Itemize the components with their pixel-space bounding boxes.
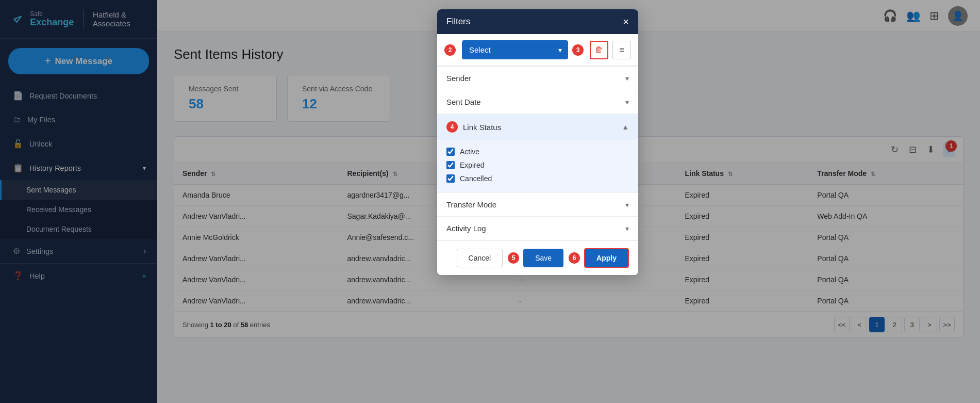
filter-select-dropdown[interactable]: Select Sender Sent Date Link Status Tran…: [463, 41, 567, 58]
delete-filter-button[interactable]: 🗑: [590, 41, 608, 59]
active-checkbox-row[interactable]: Active: [446, 145, 629, 158]
filters-modal: Filters × 2 Select Sender Sent Date Link…: [437, 9, 638, 275]
save-button[interactable]: Save: [523, 249, 563, 267]
cancelled-checkbox[interactable]: [446, 174, 455, 183]
activity-log-section-header[interactable]: Activity Log ▾: [437, 217, 638, 240]
filter-section-link-status: 4 Link Status ▲ Active Expired Cancelled: [437, 114, 638, 193]
active-label: Active: [460, 148, 479, 156]
sender-section-header[interactable]: Sender ▾: [437, 67, 638, 90]
expired-label: Expired: [460, 161, 484, 169]
step-6-badge: 6: [569, 252, 580, 264]
cancel-button[interactable]: Cancel: [457, 249, 503, 267]
transfer-mode-chevron-icon: ▾: [625, 201, 629, 209]
link-status-chevron-icon: ▲: [622, 123, 629, 131]
transfer-mode-section-header[interactable]: Transfer Mode ▾: [437, 193, 638, 216]
step-3-badge: 3: [572, 44, 584, 56]
filter-list-button[interactable]: ≡: [612, 41, 631, 59]
filter-sections: Sender ▾ Sent Date ▾ 4 Link Status ▲: [437, 67, 638, 240]
filter-section-transfer-mode: Transfer Mode ▾: [437, 193, 638, 217]
filters-modal-header: Filters ×: [437, 9, 638, 34]
filters-toolbar: 2 Select Sender Sent Date Link Status Tr…: [437, 34, 638, 67]
filter-section-sent-date: Sent Date ▾: [437, 90, 638, 114]
step-2-badge: 2: [444, 44, 456, 56]
cancelled-label: Cancelled: [460, 174, 492, 183]
filter-section-sender: Sender ▾: [437, 67, 638, 90]
sender-chevron-icon: ▾: [625, 74, 629, 83]
step-4-badge: 4: [446, 121, 458, 133]
expired-checkbox[interactable]: [446, 161, 455, 169]
link-status-body: Active Expired Cancelled: [437, 140, 638, 192]
filters-footer: Cancel 5 Save 6 Apply: [437, 240, 638, 275]
sent-date-chevron-icon: ▾: [625, 98, 629, 106]
sent-date-label: Sent Date: [446, 98, 481, 106]
expired-checkbox-row[interactable]: Expired: [446, 158, 629, 172]
link-status-label: Link Status: [463, 123, 501, 132]
link-status-section-header[interactable]: 4 Link Status ▲: [437, 114, 638, 140]
filters-close-button[interactable]: ×: [623, 17, 629, 27]
sender-label: Sender: [446, 74, 471, 83]
apply-button[interactable]: Apply: [584, 248, 629, 268]
filters-title: Filters: [446, 17, 470, 27]
cancelled-checkbox-row[interactable]: Cancelled: [446, 172, 629, 185]
activity-log-label: Activity Log: [446, 224, 486, 233]
activity-log-chevron-icon: ▾: [625, 224, 629, 233]
filter-section-activity-log: Activity Log ▾: [437, 217, 638, 240]
active-checkbox[interactable]: [446, 148, 455, 156]
filter-select-wrapper: Select Sender Sent Date Link Status Tran…: [462, 40, 568, 59]
transfer-mode-label: Transfer Mode: [446, 200, 496, 209]
step-5-badge: 5: [508, 252, 519, 264]
sent-date-section-header[interactable]: Sent Date ▾: [437, 90, 638, 114]
